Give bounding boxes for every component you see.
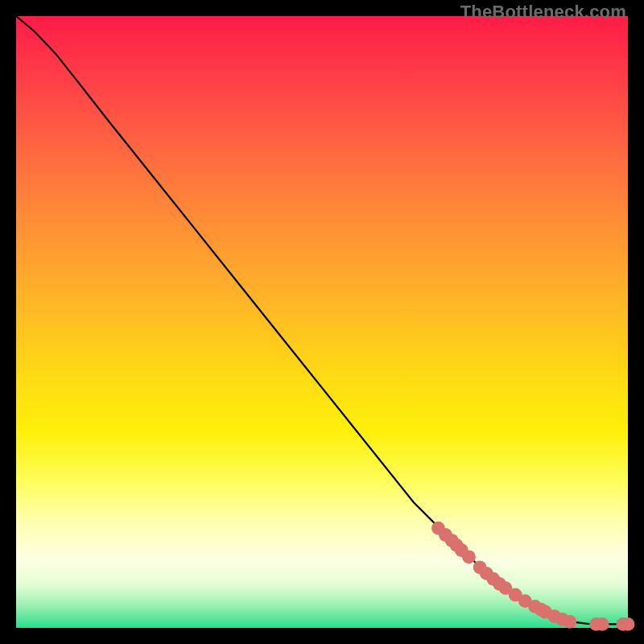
- data-points-group: [431, 522, 634, 631]
- data-point: [621, 617, 635, 631]
- data-point: [563, 615, 576, 629]
- chart-frame: TheBottleneck.com: [0, 0, 644, 644]
- bottleneck-curve: [16, 16, 628, 624]
- gradient-plot-area: [16, 16, 628, 628]
- data-point: [596, 617, 609, 631]
- chart-svg: [16, 16, 628, 628]
- watermark-text: TheBottleneck.com: [460, 2, 626, 23]
- data-point: [462, 550, 476, 564]
